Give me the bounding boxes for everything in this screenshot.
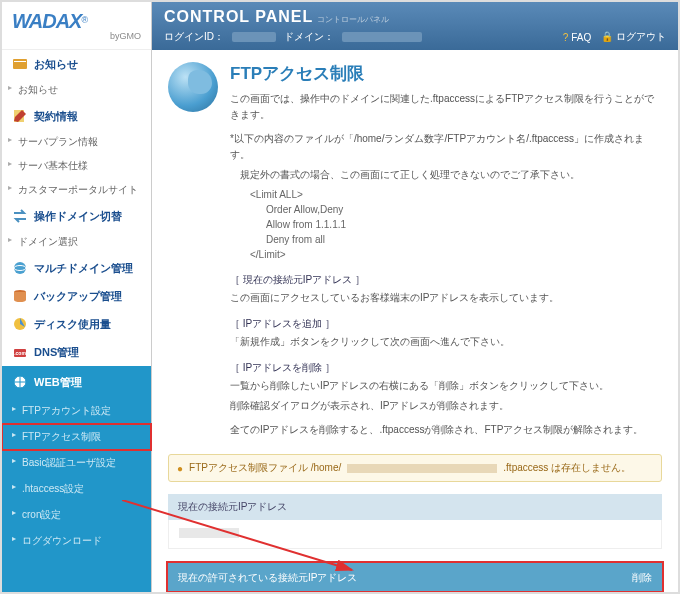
svg-rect-0 <box>13 59 27 69</box>
main: CONTROL PANELコントロールパネル ログインID： ドメイン： ? F… <box>152 2 678 592</box>
panel-current-ip-body <box>168 520 662 549</box>
panel-allowed-ip-header: 現在の許可されている接続元IPアドレス 削除 <box>168 563 662 592</box>
dns-icon: .com <box>12 344 28 360</box>
logo: WADAX® byGMO <box>2 2 151 50</box>
logo-reg: ® <box>81 15 88 25</box>
nav-section-dns[interactable]: .comDNS管理 <box>2 338 151 366</box>
login-id-label: ログインID： <box>164 30 224 44</box>
current-ip-value <box>179 528 239 538</box>
nav-section-domain-switch: 操作ドメイン切替 <box>2 202 151 230</box>
multi-icon <box>12 260 28 276</box>
lock-icon: 🔒 <box>601 31 613 42</box>
nav-web-header: WEB管理 <box>2 366 151 398</box>
domain-label: ドメイン： <box>284 30 334 44</box>
nav-section-notice: お知らせ <box>2 50 151 78</box>
code-sample: <Limit ALL> Order Allow,Deny Allow from … <box>250 187 662 262</box>
notice-icon <box>12 56 28 72</box>
globe-icon <box>168 62 218 112</box>
nav-item-ftp-access[interactable]: FTPアクセス制限 <box>2 424 151 450</box>
nav-section-web: WEB管理 FTPアカウント設定 FTPアクセス制限 Basic認証ユーザ設定 … <box>2 366 151 592</box>
nav-item-ftp-account[interactable]: FTPアカウント設定 <box>2 398 151 424</box>
svg-point-3 <box>14 262 26 274</box>
nav-item-cron[interactable]: cron設定 <box>2 502 151 528</box>
backup-icon <box>12 288 28 304</box>
nav-section-multi[interactable]: マルチドメイン管理 <box>2 254 151 282</box>
sidebar: WADAX® byGMO お知らせ お知らせ 契約情報 サーバプラン情報 サーバ… <box>2 2 152 592</box>
nav-item-server-spec[interactable]: サーバ基本仕様 <box>2 154 151 178</box>
delete-column-header: 削除 <box>632 571 652 585</box>
content: FTPアクセス制限 この画面では、操作中のドメインに関連した.ftpaccess… <box>152 50 678 592</box>
nav-section-backup[interactable]: バックアップ管理 <box>2 282 151 310</box>
svg-rect-1 <box>14 61 26 62</box>
contract-icon <box>12 108 28 124</box>
nav-item-portal[interactable]: カスタマーポータルサイト <box>2 178 151 202</box>
faq-link[interactable]: ? FAQ <box>563 32 591 43</box>
topbar-subtitle: コントロールパネル <box>317 15 389 24</box>
nav-item-basic-auth[interactable]: Basic認証ユーザ設定 <box>2 450 151 476</box>
page-description: この画面では、操作中のドメインに関連した.ftpaccessによるFTPアクセス… <box>230 91 662 438</box>
logout-link[interactable]: 🔒 ログアウト <box>601 30 666 44</box>
login-id-value <box>232 32 276 42</box>
nav-section-contract: 契約情報 <box>2 102 151 130</box>
logo-sub: byGMO <box>12 31 141 41</box>
svg-text:.com: .com <box>14 350 26 356</box>
logo-brand: WADAX <box>12 10 81 32</box>
topbar: CONTROL PANELコントロールパネル ログインID： ドメイン： ? F… <box>152 2 678 50</box>
disk-icon <box>12 316 28 332</box>
switch-icon <box>12 208 28 224</box>
nav-item-htaccess[interactable]: .htaccess設定 <box>2 476 151 502</box>
nav-item-log-download[interactable]: ログダウンロード <box>2 528 151 554</box>
nav-item-notice[interactable]: お知らせ <box>2 78 151 102</box>
nav-item-domain-select[interactable]: ドメイン選択 <box>2 230 151 254</box>
warning-icon: ● <box>177 463 183 474</box>
nav-item-server-plan[interactable]: サーバプラン情報 <box>2 130 151 154</box>
nav-section-disk[interactable]: ディスク使用量 <box>2 310 151 338</box>
topbar-title: CONTROL PANEL <box>164 8 313 25</box>
domain-value <box>342 32 422 42</box>
notice-banner: ● FTPアクセス制限ファイル /home/.ftpaccess は存在しません… <box>168 454 662 482</box>
web-icon <box>12 374 28 390</box>
page-title: FTPアクセス制限 <box>230 62 662 85</box>
panel-current-ip-header: 現在の接続元IPアドレス <box>168 494 662 520</box>
notice-path <box>347 464 497 473</box>
